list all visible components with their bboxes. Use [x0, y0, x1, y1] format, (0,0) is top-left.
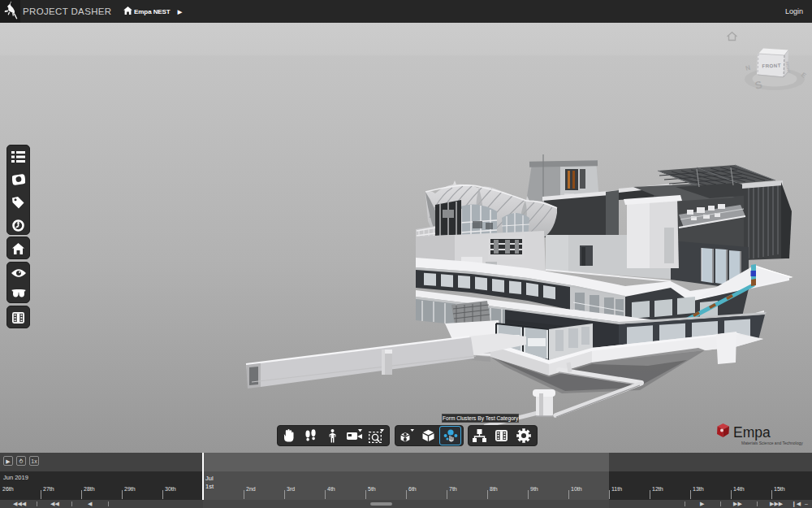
svg-text:Materials Science and Technolo: Materials Science and Technology	[741, 441, 803, 445]
svg-text:Empa: Empa	[733, 424, 771, 441]
svg-text:N: N	[745, 64, 751, 72]
svg-text:FRONT: FRONT	[762, 63, 781, 69]
